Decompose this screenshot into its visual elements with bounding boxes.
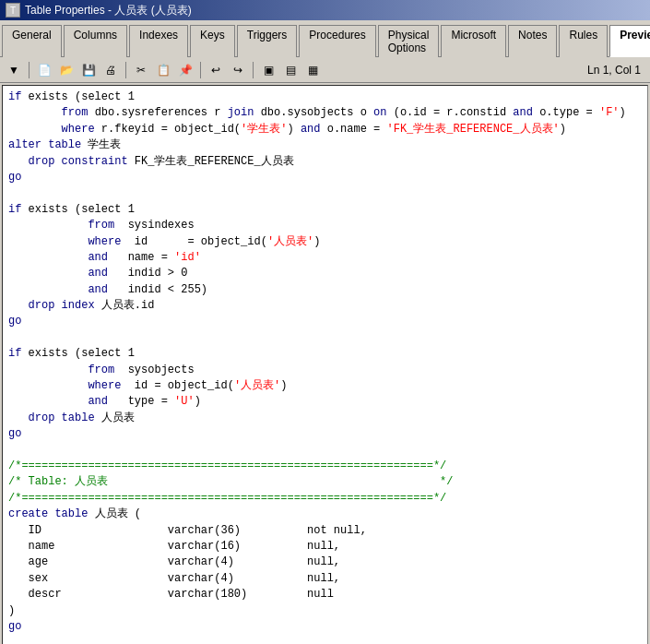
tab-triggers[interactable]: Triggers	[237, 25, 298, 57]
toolbar: ▼ 📄 📂 💾 🖨 ✂ 📋 📌 ↩ ↪ ▣ ▤ ▦ Ln 1, Col 1	[0, 57, 650, 83]
toolbar-print-btn[interactable]: 🖨	[100, 60, 121, 80]
toolbar-status: Ln 1, Col 1	[587, 64, 646, 77]
toolbar-open-btn[interactable]: 📂	[56, 60, 77, 80]
tab-indexes[interactable]: Indexes	[129, 25, 188, 57]
tab-keys[interactable]: Keys	[190, 25, 235, 57]
toolbar-dropdown-btn[interactable]: ▼	[4, 60, 24, 80]
toolbar-sep3	[200, 62, 201, 78]
tab-notes[interactable]: Notes	[508, 25, 557, 57]
toolbar-save-btn[interactable]: 💾	[78, 60, 99, 80]
toolbar-btn6[interactable]: ▤	[280, 60, 301, 80]
toolbar-btn7[interactable]: ▦	[302, 60, 323, 80]
toolbar-paste-btn[interactable]: 📌	[175, 60, 195, 80]
toolbar-redo-btn[interactable]: ↪	[228, 60, 248, 80]
title-bar-icon: T	[6, 3, 20, 18]
toolbar-sep2	[125, 62, 126, 78]
tab-rules[interactable]: Rules	[559, 25, 608, 57]
tab-general[interactable]: General	[2, 25, 62, 57]
title-bar: T Table Properties - 人员表 (人员表)	[0, 0, 650, 20]
toolbar-sep4	[253, 62, 254, 78]
tab-microsoft[interactable]: Microsoft	[441, 25, 506, 57]
code-editor[interactable]: if exists (select 1 from dbo.sysreferenc…	[2, 85, 648, 644]
tab-columns[interactable]: Columns	[64, 25, 127, 57]
toolbar-undo-btn[interactable]: ↩	[206, 60, 226, 80]
tab-bar: General Columns Indexes Keys Triggers Pr…	[0, 20, 650, 57]
tab-preview[interactable]: Preview	[609, 25, 650, 57]
toolbar-new-btn[interactable]: 📄	[34, 60, 54, 80]
toolbar-sep1	[29, 62, 30, 78]
toolbar-cut-btn[interactable]: ✂	[131, 60, 151, 80]
title-bar-text: Table Properties - 人员表 (人员表)	[25, 3, 192, 18]
toolbar-btn5[interactable]: ▣	[258, 60, 278, 80]
tab-physical-options[interactable]: Physical Options	[378, 25, 440, 57]
toolbar-copy-btn[interactable]: 📋	[153, 60, 173, 80]
tab-procedures[interactable]: Procedures	[299, 25, 375, 57]
